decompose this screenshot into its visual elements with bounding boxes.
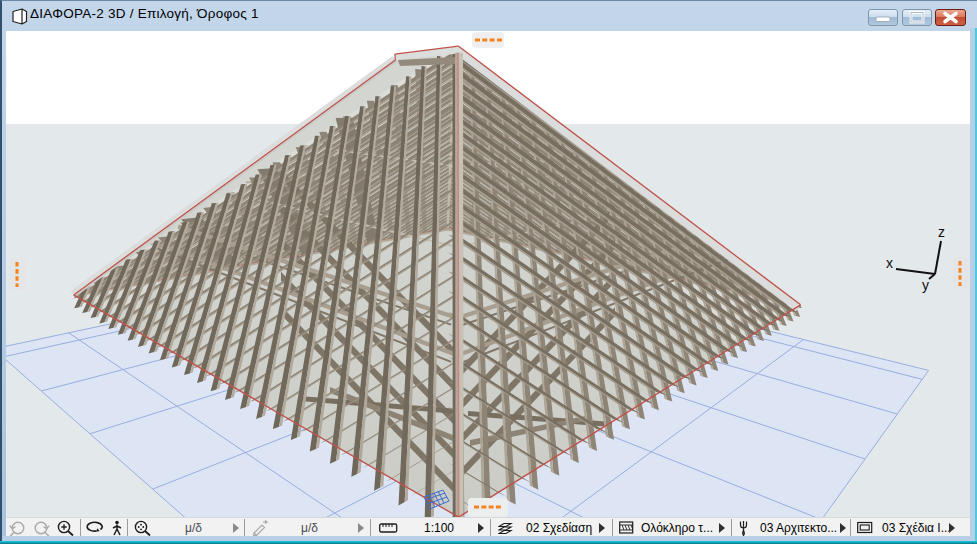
svg-text:x: x bbox=[886, 255, 893, 271]
svg-text:y: y bbox=[922, 277, 929, 293]
svg-text:z: z bbox=[938, 224, 945, 240]
